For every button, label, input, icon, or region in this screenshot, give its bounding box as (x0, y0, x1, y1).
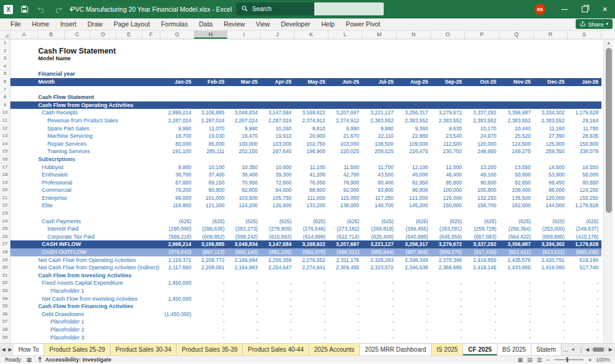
cell-value[interactable]: 90,600 (465, 179, 499, 187)
cell-value[interactable]: 2,166,694 (228, 256, 261, 264)
cell-value[interactable]: - (465, 326, 499, 334)
cell-value[interactable]: 10,100 (194, 164, 228, 172)
sheet-tab-how-to[interactable]: How To (14, 344, 44, 355)
cell-value[interactable]: (892,070) (295, 248, 328, 256)
page-layout-view-icon[interactable]: ▤ (527, 357, 533, 363)
cell-cash-receipts[interactable]: Cash Receipts (10, 109, 161, 117)
cell-value[interactable]: - (534, 287, 568, 295)
cell-value[interactable]: 2,433,865 (499, 264, 534, 272)
cell-value[interactable]: - (499, 334, 534, 342)
tab-scroll-left-icon[interactable]: ◀ (0, 344, 7, 355)
cell-value[interactable]: 209,625 (362, 148, 397, 156)
cell-value[interactable]: Nov-25 (499, 78, 534, 86)
cell-value[interactable]: 3,147,584 (261, 240, 295, 248)
cell-value[interactable]: - (397, 318, 431, 326)
cell-value[interactable]: - (194, 334, 228, 342)
new-sheet-button[interactable]: + (569, 344, 577, 355)
row-header-8[interactable]: 8 (0, 93, 10, 101)
cell-value[interactable]: (269,818) (362, 225, 397, 233)
cell-cash-payments[interactable]: Cash Payments (10, 218, 161, 226)
column-header-E[interactable]: E (116, 31, 142, 39)
cell-value[interactable]: 22,880 (397, 132, 431, 140)
ribbon-tab-page-layout[interactable]: Page Layout (108, 18, 156, 30)
cell-value[interactable]: 11,700 (362, 164, 397, 172)
sheet-tab-statem[interactable]: Statem (531, 344, 561, 355)
cell-value[interactable]: 105,750 (261, 194, 295, 202)
cell-value[interactable]: 93,800 (362, 186, 397, 194)
hscroll-track[interactable] (591, 347, 607, 352)
cell-value[interactable]: (625) (499, 218, 534, 226)
cell-value[interactable]: Sep-25 (431, 78, 465, 86)
undo-icon[interactable] (36, 4, 46, 14)
cell-empty-label[interactable] (10, 63, 161, 71)
cell-value[interactable]: Jul-25 (362, 78, 397, 86)
column-header-H[interactable]: H (194, 31, 228, 39)
sheet-tab-cf-2025[interactable]: CF 2025 (463, 344, 497, 355)
cell-placeholder-1[interactable]: Placeholder 1 (10, 287, 161, 295)
cell-value[interactable]: - (465, 334, 499, 342)
cell-value[interactable]: (917,436) (465, 248, 499, 256)
cell-value[interactable]: 2,164,983 (228, 264, 261, 272)
cell-value[interactable]: - (431, 311, 465, 318)
cell-value[interactable]: 2,383,552 (465, 117, 499, 125)
cell-empty-label[interactable] (10, 341, 161, 343)
column-header-G[interactable]: G (161, 31, 194, 39)
row-header-33[interactable]: 33 (0, 287, 10, 295)
cell-value[interactable]: - (431, 303, 465, 311)
sheet-tab-2025-mrr-dashboard[interactable]: 2025 MRR Dashboard (360, 344, 432, 355)
cell-net-cash-flow-from-investing-activities[interactable]: Net Cash Flow from Investing Activities (10, 295, 161, 303)
cell-value[interactable]: 2,276,552 (295, 256, 328, 264)
cell-value[interactable]: (286,636) (194, 225, 228, 233)
cell-cash-inflow[interactable]: CASH INFLOW (10, 240, 161, 248)
cell-value[interactable]: (921,411) (499, 248, 534, 256)
cell-value[interactable]: 2,274,841 (295, 264, 328, 272)
cell-value[interactable]: 158,700 (465, 202, 499, 210)
cell-value[interactable]: 78,900 (328, 179, 362, 187)
cell-value[interactable]: 1,179,628 (568, 202, 601, 210)
cell-value[interactable]: 18,700 (161, 132, 194, 140)
cell-value[interactable]: 80,800 (194, 186, 228, 194)
cell-value[interactable]: 120,000 (465, 140, 499, 148)
cell-value[interactable]: - (534, 318, 568, 326)
column-header-I[interactable]: I (228, 31, 261, 39)
cell-value[interactable]: (259,728) (465, 225, 499, 233)
row-header-13[interactable]: 13 (0, 132, 10, 140)
cell-placeholder-3[interactable]: Placeholder 3 (10, 334, 161, 342)
sheet-tab-bs-2025[interactable]: BS 2025 (498, 344, 531, 355)
cell-value[interactable] (161, 303, 194, 311)
cell-value[interactable]: - (228, 318, 261, 326)
cell-value[interactable]: 3,334,302 (534, 240, 568, 248)
cell-value[interactable]: - (397, 326, 431, 334)
cell-value[interactable]: - (397, 295, 431, 303)
cell-value[interactable]: (614,899) (295, 233, 328, 241)
sheet-tab-is-2025[interactable]: IS 2025 (432, 344, 463, 355)
cell-value[interactable]: - (397, 303, 431, 311)
cell-empty-label[interactable] (10, 39, 161, 47)
cell-value[interactable]: - (534, 334, 568, 342)
cell-value[interactable]: 2,323,572 (362, 264, 397, 272)
cell-value[interactable]: (640,888) (397, 233, 431, 241)
cell-value[interactable]: 96,000 (534, 186, 568, 194)
cell-value[interactable]: Apr-25 (261, 78, 295, 86)
cell-value[interactable]: 3,168,622 (295, 240, 328, 248)
minimize-button[interactable] (554, 0, 574, 18)
cell-value[interactable]: Mar-25 (228, 78, 261, 86)
cell-value[interactable]: (273,182) (328, 225, 362, 233)
row-header-32[interactable]: 32 (0, 279, 10, 287)
cell-value[interactable]: 10,170 (465, 125, 499, 133)
cell-value[interactable]: 2,419,080 (534, 264, 568, 272)
cell-value[interactable]: 2,374,912 (328, 117, 362, 125)
cell-value[interactable]: 9,360 (397, 125, 431, 133)
cell-financial-year[interactable]: Financial year (10, 70, 161, 78)
cell-value[interactable]: (645,559) (431, 233, 465, 241)
cell-value[interactable]: 82,800 (228, 186, 261, 194)
cell-value[interactable]: (878,843) (161, 248, 194, 256)
cell-value[interactable]: 9,990 (228, 125, 261, 133)
row-header-10[interactable]: 10 (0, 109, 10, 117)
cell-value[interactable]: (625) (534, 218, 568, 226)
cell-value[interactable]: 3,106,885 (194, 109, 228, 117)
cell-value[interactable]: (622,714) (328, 233, 362, 241)
vertical-scrollbar[interactable]: ▴ (603, 39, 613, 343)
cell-value[interactable]: 2,370,396 (431, 256, 465, 264)
cell-value[interactable]: 45,000 (397, 171, 431, 179)
